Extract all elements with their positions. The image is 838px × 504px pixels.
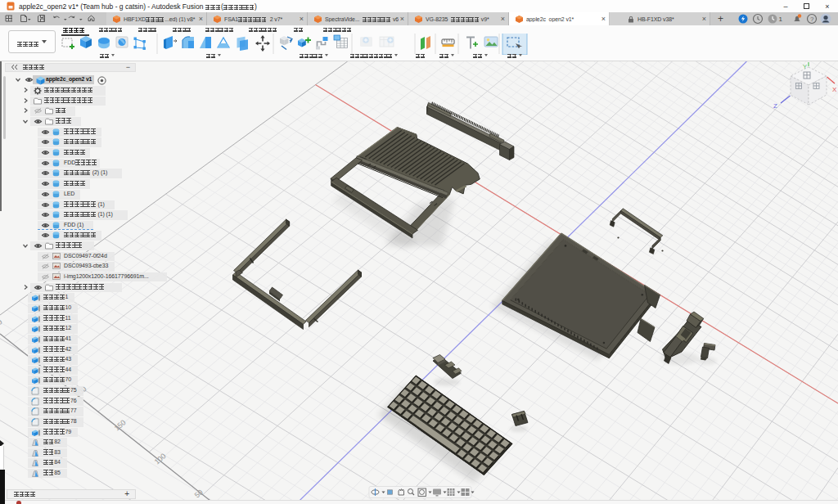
svg-text:250: 250 bbox=[0, 317, 4, 331]
svg-text:100: 100 bbox=[153, 452, 168, 466]
svg-text:1: 1 bbox=[779, 16, 783, 23]
svg-text:X: X bbox=[832, 86, 837, 93]
svg-text:150: 150 bbox=[113, 418, 128, 432]
svg-text:Y: Y bbox=[803, 63, 807, 70]
svg-text:Z: Z bbox=[773, 102, 777, 110]
svg-text:?: ? bbox=[810, 16, 814, 23]
